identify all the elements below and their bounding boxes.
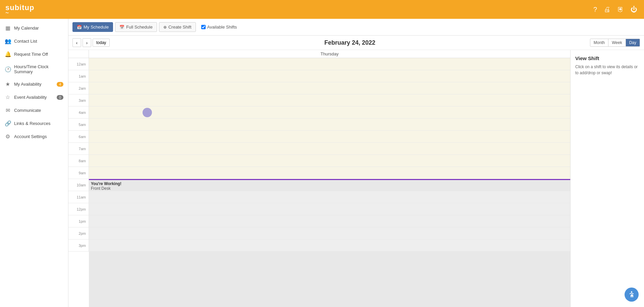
sidebar-item-my-availability[interactable]: ★ My Availability 4 — [0, 78, 68, 91]
day-cell[interactable] — [89, 119, 570, 130]
time-row: 10am You're Working! Front Desk Afternoo… — [68, 179, 570, 191]
day-cell[interactable] — [89, 155, 570, 167]
sidebar-label: Links & Resources — [14, 121, 50, 126]
calendar-body: Thursday 12am1am2am3am4am5am6am7am8am9am… — [68, 50, 644, 307]
top-nav-icons: ? 🖨 ⛨ ⏻ — [593, 6, 637, 13]
time-label: 8am — [68, 155, 89, 167]
prev-button[interactable]: ‹ — [72, 38, 81, 47]
sidebar-label: Communicate — [14, 108, 41, 113]
shift-location: Front Desk — [91, 186, 568, 191]
sidebar-item-links-resources[interactable]: 🔗 Links & Resources — [0, 117, 68, 130]
power-icon[interactable]: ⏻ — [631, 6, 637, 13]
day-cell[interactable] — [89, 94, 570, 106]
time-row: 4am — [68, 106, 570, 119]
next-button[interactable]: › — [83, 38, 91, 47]
tab-label: Full Schedule — [126, 25, 153, 30]
time-label: 3am — [68, 94, 89, 106]
clock-icon: 🕐 — [5, 66, 11, 73]
email-icon: ✉ — [5, 107, 11, 114]
week-view-button[interactable]: Week — [608, 39, 625, 46]
logo-text: subitup — [5, 3, 34, 12]
sidebar-item-event-availability[interactable]: ☆ Event Availability 0 — [0, 91, 68, 104]
time-label: 11am — [68, 191, 89, 203]
svg-point-0 — [631, 291, 632, 293]
day-cell[interactable] — [89, 70, 570, 82]
shift-title: You're Working! — [91, 181, 568, 186]
time-grid: Thursday 12am1am2am3am4am5am6am7am8am9am… — [68, 50, 570, 307]
day-cell[interactable] — [89, 191, 570, 203]
cursor-indicator — [143, 108, 152, 117]
tab-create-shift[interactable]: ⊕ Create Shift — [159, 22, 196, 32]
tab-label: Available Shifts — [207, 25, 237, 30]
sidebar-label: Account Settings — [14, 134, 47, 139]
tab-label: Create Shift — [168, 25, 192, 30]
today-button[interactable]: today — [93, 39, 110, 47]
time-row: 1pm — [68, 215, 570, 227]
sidebar-label: Event Availability — [14, 95, 47, 100]
day-cell[interactable] — [89, 131, 570, 142]
time-label: 10am — [68, 179, 89, 191]
sidebar: ▦ My Calendar 👥 Contact List 🔔 Request T… — [0, 19, 68, 307]
sidebar-item-my-calendar[interactable]: ▦ My Calendar — [0, 21, 68, 35]
help-icon[interactable]: ? — [593, 6, 597, 13]
time-row: 3pm — [68, 239, 570, 252]
star-icon: ★ — [5, 81, 11, 87]
sidebar-label: Contact List — [14, 39, 37, 44]
view-toggle: Month Week Day — [590, 39, 640, 47]
day-cell[interactable] — [89, 106, 570, 118]
day-cell[interactable] — [89, 143, 570, 155]
sidebar-item-contact-list[interactable]: 👥 Contact List — [0, 35, 68, 48]
time-label: 3pm — [68, 239, 89, 251]
time-row: 3am — [68, 94, 570, 106]
time-label: 1pm — [68, 215, 89, 227]
sidebar-item-request-time-off[interactable]: 🔔 Request Time Off — [0, 48, 68, 61]
time-row: 11am — [68, 191, 570, 203]
time-label: 12am — [68, 58, 89, 70]
time-row: 2pm — [68, 227, 570, 239]
time-off-icon: 🔔 — [5, 51, 11, 57]
time-row: 9am — [68, 167, 570, 179]
sidebar-label: My Calendar — [14, 26, 39, 31]
day-cell[interactable] — [89, 203, 570, 215]
tab-my-schedule[interactable]: 📅 My Schedule — [72, 22, 113, 32]
day-view-button[interactable]: Day — [626, 39, 640, 46]
day-cell[interactable]: You're Working! Front Desk Afternoon - N… — [89, 179, 570, 191]
day-cell[interactable] — [89, 227, 570, 239]
time-label: 7am — [68, 143, 89, 155]
event-icon: ☆ — [5, 94, 11, 100]
sidebar-label: Request Time Off — [14, 52, 48, 57]
day-cell[interactable] — [89, 239, 570, 251]
side-panel-description: Click on a shift to view its details or … — [575, 64, 639, 76]
tab-available-shifts[interactable]: Available Shifts — [198, 23, 240, 32]
calendar-tab-icon: 📅 — [77, 25, 82, 30]
time-row: 7am — [68, 143, 570, 155]
time-label: 9am — [68, 167, 89, 179]
day-cell[interactable] — [89, 58, 570, 70]
accessibility-button[interactable] — [625, 288, 639, 302]
print-icon[interactable]: 🖨 — [604, 6, 610, 13]
content-area: 📅 My Schedule 📅 Full Schedule ⊕ Create S… — [68, 19, 644, 307]
sidebar-item-communicate[interactable]: ✉ Communicate — [0, 104, 68, 117]
time-label: 1am — [68, 70, 89, 82]
calendar2-tab-icon: 📅 — [119, 25, 124, 30]
side-panel-title: View Shift — [575, 55, 639, 61]
grid-rows: 12am1am2am3am4am5am6am7am8am9am10am You'… — [68, 58, 570, 252]
time-row: 12am — [68, 58, 570, 70]
month-view-button[interactable]: Month — [590, 39, 608, 46]
top-nav: subitup 〜 ? 🖨 ⛨ ⏻ — [0, 0, 644, 19]
shield-icon[interactable]: ⛨ — [617, 6, 624, 13]
day-cell[interactable] — [89, 215, 570, 227]
contacts-icon: 👥 — [5, 38, 11, 44]
calendar-nav: ‹ › today — [72, 38, 110, 47]
day-cell[interactable] — [89, 82, 570, 94]
tab-full-schedule[interactable]: 📅 Full Schedule — [115, 22, 157, 32]
event-badge: 0 — [57, 95, 63, 100]
grid-header: Thursday — [68, 50, 570, 58]
sidebar-label: Hours/Time Clock Summary — [14, 64, 63, 74]
sidebar-item-hours-time-clock[interactable]: 🕐 Hours/Time Clock Summary — [0, 61, 68, 78]
day-cell[interactable] — [89, 167, 570, 179]
available-shifts-checkbox[interactable] — [201, 25, 206, 29]
time-row: 6am — [68, 131, 570, 143]
time-label: 6am — [68, 131, 89, 142]
sidebar-item-account-settings[interactable]: ⚙ Account Settings — [0, 130, 68, 143]
